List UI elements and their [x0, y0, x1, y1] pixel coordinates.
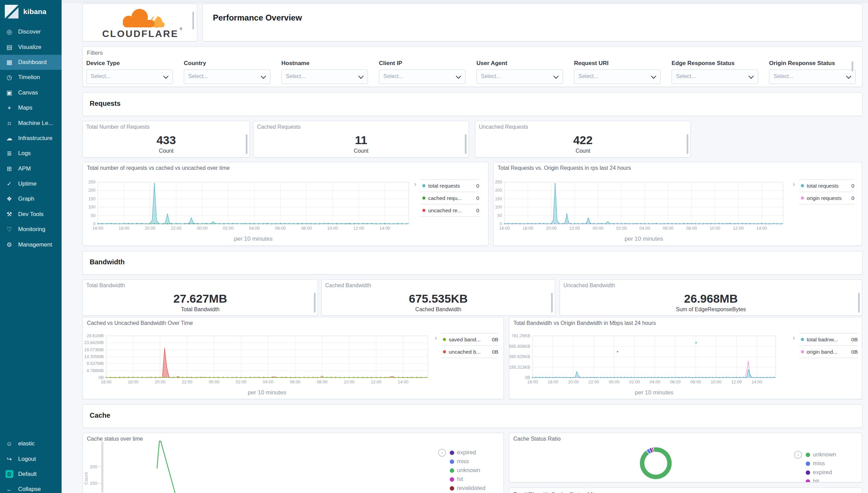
edge-response-status-select[interactable]: Select... — [672, 69, 758, 84]
filter-user-agent: User AgentSelect... — [476, 60, 563, 84]
legend-item[interactable]: origin requests0 — [799, 192, 854, 204]
svg-text:02:00: 02:00 — [236, 380, 246, 384]
sidebar-item-canvas[interactable]: ▣Canvas — [0, 85, 62, 100]
legend-item[interactable]: uncached re...0 — [420, 204, 479, 216]
metric-value: 11 — [254, 134, 469, 147]
svg-text:14.305MB: 14.305MB — [84, 354, 104, 359]
svg-text:4.768MB: 4.768MB — [87, 368, 104, 373]
sidebar-item-maps[interactable]: ⌖Maps — [0, 100, 62, 115]
legend-item[interactable]: total requests0 — [799, 179, 854, 192]
origin-response-status-select[interactable]: Select... — [769, 69, 856, 84]
device-type-select[interactable]: Select... — [86, 69, 173, 84]
sidebar-item-infrastructure[interactable]: ☁Infrastructure — [0, 131, 62, 146]
svg-text:0: 0 — [93, 222, 95, 226]
metric-value: 422 — [475, 134, 690, 147]
requests-section-title: Requests — [90, 100, 120, 108]
sidebar-item-visualize[interactable]: ▤Visualize — [0, 39, 62, 54]
sidebar-item-dev-tools[interactable]: ⚒Dev Tools — [0, 207, 62, 222]
management-icon: ⚙ — [5, 242, 13, 248]
origin-bandwidth-plot: 781.25KB585.938KB390.625KB195.313KB0B16:… — [509, 317, 862, 399]
legend-item[interactable]: hit — [806, 477, 836, 482]
top-strip — [62, 0, 868, 3]
legend-item[interactable]: uncached b...0B — [441, 345, 498, 358]
sidebar-item-apm[interactable]: ⊞APM — [0, 161, 62, 176]
sidebar-item-monitoring[interactable]: ♡Monitoring — [0, 222, 62, 237]
legend-expand-icon[interactable]: › — [794, 451, 802, 459]
legend-item[interactable]: revalidated — [450, 484, 485, 493]
sidebar-item-collapse[interactable]: ←Collapse — [0, 482, 62, 493]
legend-item[interactable]: hit — [450, 475, 485, 484]
legend-item[interactable]: total requests0 — [420, 179, 479, 192]
svg-text:06:00: 06:00 — [275, 226, 286, 231]
sidebar-item-logs[interactable]: ≣Logs — [0, 146, 62, 161]
client-ip-select[interactable]: Select... — [379, 69, 465, 84]
legend-item[interactable]: unknown — [450, 466, 485, 475]
sidebar-item-timelion[interactable]: ◷Timelion — [0, 70, 62, 85]
panel-scrollbar[interactable] — [465, 134, 467, 154]
sidebar-footer: ☺elastic ↪Logout DDefault ←Collapse — [0, 436, 62, 493]
filter-edge-response-status: Edge Response StatusSelect... — [672, 60, 758, 84]
cache-ratio-legend: › unknown miss expired hit — [796, 450, 836, 482]
panel-scrollbar[interactable] — [858, 293, 860, 313]
request-uri-select[interactable]: Select... — [574, 69, 661, 84]
cloudflare-logo: CLOUDFLARE ® — [89, 6, 192, 39]
legend-item[interactable]: unknown — [806, 450, 836, 459]
svg-text:04:00: 04:00 — [639, 226, 650, 231]
svg-text:12:00: 12:00 — [371, 380, 381, 384]
visualize-icon: ▤ — [5, 44, 13, 50]
x-axis-label: per 10 minutes — [533, 389, 776, 396]
panel-scrollbar[interactable] — [314, 293, 316, 313]
metric-value: 433 — [83, 134, 250, 147]
panel-scrollbar[interactable] — [551, 293, 553, 313]
dashboard-icon: ▦ — [5, 59, 13, 65]
panel-scrollbar[interactable] — [687, 134, 688, 154]
legend-expand-icon[interactable]: › — [793, 334, 795, 342]
kibana-logo-icon — [5, 5, 18, 18]
panel-scrollbar[interactable] — [192, 12, 194, 29]
legend-expand-icon[interactable]: › — [435, 334, 437, 342]
svg-text:23.842MB: 23.842MB — [84, 340, 104, 345]
sidebar-item-discover[interactable]: ◎Discover — [0, 24, 62, 39]
legend-item[interactable]: total badnw...0B — [799, 333, 858, 345]
svg-text:250: 250 — [495, 180, 502, 185]
svg-text:50: 50 — [91, 213, 95, 218]
sidebar-item-machine-learning[interactable]: ⠶Machine Le... — [0, 115, 62, 130]
svg-text:585.938KB: 585.938KB — [509, 344, 530, 349]
svg-text:150: 150 — [495, 197, 502, 201]
svg-text:100: 100 — [88, 205, 95, 210]
legend-expand-icon[interactable]: › — [438, 449, 446, 457]
kibana-logo[interactable]: kibana — [5, 5, 47, 18]
sidebar-item-graph[interactable]: ❖Graph — [0, 191, 62, 206]
hostname-select[interactable]: Select... — [281, 69, 368, 84]
metric-total-requests: Total Number of Requests 433 Count — [82, 121, 250, 157]
sidebar-item-uptime[interactable]: ✓Uptime — [0, 176, 62, 191]
maps-icon: ⌖ — [5, 105, 13, 111]
panel-scrollbar[interactable] — [246, 134, 247, 154]
legend-item[interactable]: cached requ...0 — [420, 192, 479, 204]
metric-unit: Total Bandwidth — [83, 306, 318, 313]
legend-item[interactable]: saved band...0B — [441, 333, 498, 345]
sidebar-item-default-space[interactable]: DDefault — [0, 467, 62, 482]
sidebar-item-logout[interactable]: ↪Logout — [0, 451, 62, 466]
svg-text:22:00: 22:00 — [569, 226, 580, 231]
legend-item[interactable]: miss — [450, 457, 485, 466]
legend-expand-icon[interactable]: › — [793, 180, 795, 188]
legend-item[interactable]: origin band...0B — [799, 345, 858, 358]
legend-item[interactable]: expired — [450, 448, 485, 457]
legend-expand-icon[interactable]: › — [414, 180, 417, 188]
panel-scrollbar[interactable] — [852, 61, 853, 72]
legend-item[interactable]: miss — [806, 459, 836, 468]
sidebar-item-management[interactable]: ⚙Management — [0, 237, 62, 252]
metric-value: 26.968MB — [560, 292, 862, 305]
chevron-down-icon — [261, 74, 266, 79]
sidebar-item-elastic-user[interactable]: ☺elastic — [0, 436, 62, 451]
panel-rps-chart: Total Requests vs. Origin Requests in rp… — [493, 162, 862, 246]
svg-text:20:00: 20:00 — [546, 226, 557, 231]
sidebar-item-dashboard[interactable]: ▦Dashboard — [0, 55, 62, 70]
user-agent-select[interactable]: Select... — [476, 69, 563, 84]
legend-item[interactable]: expired — [806, 468, 836, 477]
svg-text:14:00: 14:00 — [398, 380, 408, 384]
svg-text:00:00: 00:00 — [209, 380, 219, 384]
kibana-logo-text: kibana — [23, 8, 47, 16]
country-select[interactable]: Select... — [184, 69, 270, 84]
